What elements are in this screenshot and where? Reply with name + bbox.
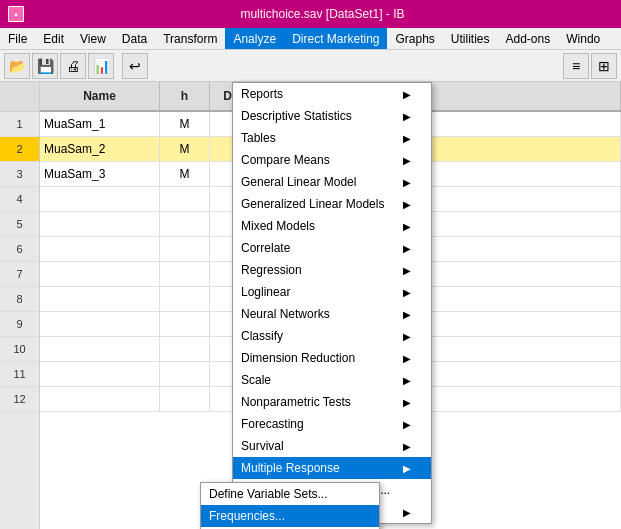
menu-transform[interactable]: Transform bbox=[155, 28, 225, 49]
arrow-icon: ▶ bbox=[403, 221, 411, 232]
cell-h-12 bbox=[160, 387, 210, 411]
menu-generalized-linear-models[interactable]: Generalized Linear Models ▶ bbox=[233, 193, 431, 215]
menu-nonparametric-tests[interactable]: Nonparametric Tests ▶ bbox=[233, 391, 431, 413]
menu-mixed-label: Mixed Models bbox=[241, 219, 315, 233]
menu-correlate[interactable]: Correlate ▶ bbox=[233, 237, 431, 259]
cell-name-5 bbox=[40, 212, 160, 236]
row-num-10: 10 bbox=[0, 337, 39, 362]
menu-scale-label: Scale bbox=[241, 373, 271, 387]
menu-regression-label: Regression bbox=[241, 263, 302, 277]
menu-edit[interactable]: Edit bbox=[35, 28, 72, 49]
menu-reports[interactable]: Reports ▶ bbox=[233, 83, 431, 105]
cell-name-6 bbox=[40, 237, 160, 261]
cell-h-9 bbox=[160, 312, 210, 336]
cell-name-10 bbox=[40, 337, 160, 361]
cell-name-9 bbox=[40, 312, 160, 336]
cell-name-11 bbox=[40, 362, 160, 386]
col-header-h[interactable]: h bbox=[160, 82, 210, 110]
arrow-icon: ▶ bbox=[403, 155, 411, 166]
arrow-icon: ▶ bbox=[403, 199, 411, 210]
menu-multiple-response[interactable]: Multiple Response ▶ bbox=[233, 457, 431, 479]
menu-scale[interactable]: Scale ▶ bbox=[233, 369, 431, 391]
menu-reports-label: Reports bbox=[241, 87, 283, 101]
menu-file[interactable]: File bbox=[0, 28, 35, 49]
arrow-icon: ▶ bbox=[403, 441, 411, 452]
row-num-11: 11 bbox=[0, 362, 39, 387]
arrow-icon: ▶ bbox=[403, 331, 411, 342]
save-button[interactable]: 💾 bbox=[32, 53, 58, 79]
cell-h-2: M bbox=[160, 137, 210, 161]
menu-classify[interactable]: Classify ▶ bbox=[233, 325, 431, 347]
menu-loglinear[interactable]: Loglinear ▶ bbox=[233, 281, 431, 303]
menu-graphs[interactable]: Graphs bbox=[387, 28, 442, 49]
col-header-name[interactable]: Name bbox=[40, 82, 160, 110]
cell-h-5 bbox=[160, 212, 210, 236]
cell-h-3: M bbox=[160, 162, 210, 186]
menu-view[interactable]: View bbox=[72, 28, 114, 49]
var-view-button[interactable]: ≡ bbox=[563, 53, 589, 79]
app-icon: ▪ bbox=[8, 6, 24, 22]
define-variable-sets-label: Define Variable Sets... bbox=[209, 487, 328, 501]
row-num-12: 12 bbox=[0, 387, 39, 412]
title-bar-text: multichoice.sav [DataSet1] - IB bbox=[32, 7, 613, 21]
menu-descriptive-statistics[interactable]: Descriptive Statistics ▶ bbox=[233, 105, 431, 127]
row-num-9: 9 bbox=[0, 312, 39, 337]
menu-neural-label: Neural Networks bbox=[241, 307, 330, 321]
menu-mixed-models[interactable]: Mixed Models ▶ bbox=[233, 215, 431, 237]
cell-name-3: MuaSam_3 bbox=[40, 162, 160, 186]
cell-h-11 bbox=[160, 362, 210, 386]
arrow-icon: ▶ bbox=[403, 463, 411, 474]
arrow-icon: ▶ bbox=[403, 243, 411, 254]
arrow-icon: ▶ bbox=[403, 287, 411, 298]
menu-neural-networks[interactable]: Neural Networks ▶ bbox=[233, 303, 431, 325]
cell-h-1: M bbox=[160, 112, 210, 136]
row-num-3: 3 bbox=[0, 162, 39, 187]
row-numbers: 1 2 3 4 5 6 7 8 9 10 11 12 bbox=[0, 82, 40, 529]
arrow-icon: ▶ bbox=[403, 507, 411, 518]
cell-name-7 bbox=[40, 262, 160, 286]
title-bar: ▪ multichoice.sav [DataSet1] - IB bbox=[0, 0, 621, 28]
menu-dim-red-label: Dimension Reduction bbox=[241, 351, 355, 365]
menu-survival-label: Survival bbox=[241, 439, 284, 453]
row-num-8: 8 bbox=[0, 287, 39, 312]
row-num-6: 6 bbox=[0, 237, 39, 262]
menu-multiple-response-label: Multiple Response bbox=[241, 461, 340, 475]
grid-button[interactable]: ⊞ bbox=[591, 53, 617, 79]
menu-dimension-reduction[interactable]: Dimension Reduction ▶ bbox=[233, 347, 431, 369]
data-editor-button[interactable]: 📊 bbox=[88, 53, 114, 79]
cell-h-8 bbox=[160, 287, 210, 311]
arrow-icon: ▶ bbox=[403, 353, 411, 364]
menu-glm-label: General Linear Model bbox=[241, 175, 356, 189]
cell-h-4 bbox=[160, 187, 210, 211]
cell-name-1: MuaSam_1 bbox=[40, 112, 160, 136]
menu-compare-means[interactable]: Compare Means ▶ bbox=[233, 149, 431, 171]
submenu-define-variable-sets[interactable]: Define Variable Sets... bbox=[201, 483, 379, 505]
submenu-frequencies[interactable]: Frequencies... bbox=[201, 505, 379, 527]
menu-regression[interactable]: Regression ▶ bbox=[233, 259, 431, 281]
menu-data[interactable]: Data bbox=[114, 28, 155, 49]
menu-survival[interactable]: Survival ▶ bbox=[233, 435, 431, 457]
row-num-header bbox=[0, 82, 39, 112]
menu-forecasting[interactable]: Forecasting ▶ bbox=[233, 413, 431, 435]
arrow-icon: ▶ bbox=[403, 89, 411, 100]
print-button[interactable]: 🖨 bbox=[60, 53, 86, 79]
menu-analyze[interactable]: Analyze bbox=[225, 28, 284, 49]
arrow-icon: ▶ bbox=[403, 375, 411, 386]
menu-tables[interactable]: Tables ▶ bbox=[233, 127, 431, 149]
menu-add-ons[interactable]: Add-ons bbox=[498, 28, 559, 49]
cell-name-4 bbox=[40, 187, 160, 211]
menu-direct-marketing[interactable]: Direct Marketing bbox=[284, 28, 387, 49]
menu-nonparam-label: Nonparametric Tests bbox=[241, 395, 351, 409]
menu-gzlm-label: Generalized Linear Models bbox=[241, 197, 384, 211]
row-num-2: 2 bbox=[0, 137, 39, 162]
open-button[interactable]: 📂 bbox=[4, 53, 30, 79]
undo-button[interactable]: ↩ bbox=[122, 53, 148, 79]
arrow-icon: ▶ bbox=[403, 419, 411, 430]
menu-correlate-label: Correlate bbox=[241, 241, 290, 255]
menu-windo[interactable]: Windo bbox=[558, 28, 608, 49]
menu-general-linear-model[interactable]: General Linear Model ▶ bbox=[233, 171, 431, 193]
menu-utilities[interactable]: Utilities bbox=[443, 28, 498, 49]
cell-name-12 bbox=[40, 387, 160, 411]
menu-classify-label: Classify bbox=[241, 329, 283, 343]
main-area: 1 2 3 4 5 6 7 8 9 10 11 12 Name h Decima… bbox=[0, 82, 621, 529]
